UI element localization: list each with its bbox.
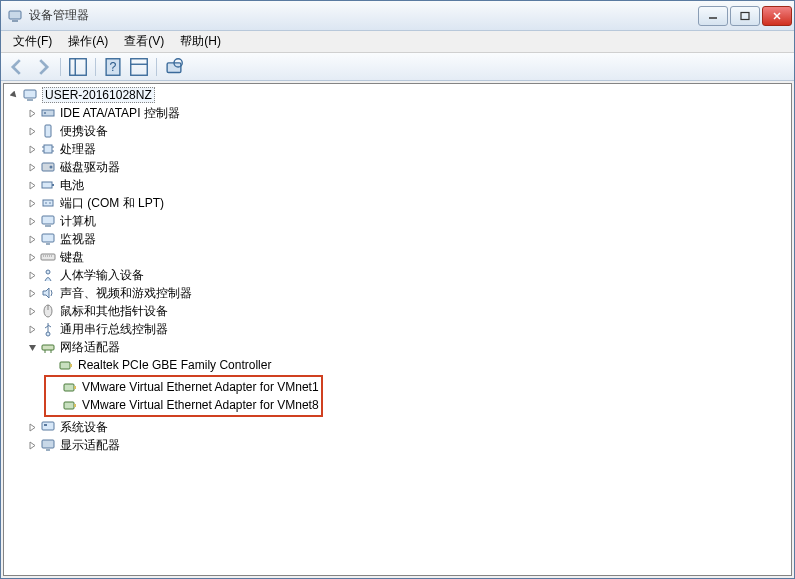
- tree-item-label: 人体学输入设备: [60, 267, 144, 284]
- expand-icon[interactable]: [26, 251, 38, 263]
- monitor-icon: [40, 231, 56, 247]
- collapse-icon[interactable]: [8, 89, 20, 101]
- menu-action[interactable]: 操作(A): [60, 31, 116, 52]
- tree-item-label: 系统设备: [60, 419, 108, 436]
- tree-item[interactable]: 网络适配器: [26, 338, 789, 356]
- expand-icon[interactable]: [26, 233, 38, 245]
- tree-item[interactable]: 通用串行总线控制器: [26, 320, 789, 338]
- tree-leaf[interactable]: Realtek PCIe GBE Family Controller: [44, 356, 789, 374]
- help-button[interactable]: ?: [101, 56, 125, 78]
- tree-item[interactable]: 人体学输入设备: [26, 266, 789, 284]
- device-manager-window: 设备管理器 文件(F) 操作(A) 查看(V) 帮助(H) ? US: [0, 0, 795, 579]
- leaf-spacer: [44, 359, 56, 371]
- tree-item-label: 鼠标和其他指针设备: [60, 303, 168, 320]
- tree-item[interactable]: 显示适配器: [26, 436, 789, 454]
- tree-root[interactable]: USER-20161028NZ: [8, 86, 789, 104]
- tree-item-label: IDE ATA/ATAPI 控制器: [60, 105, 180, 122]
- maximize-button[interactable]: [730, 6, 760, 26]
- svg-rect-19: [44, 145, 52, 153]
- tree-item[interactable]: 声音、视频和游戏控制器: [26, 284, 789, 302]
- svg-rect-34: [46, 243, 50, 245]
- window-title: 设备管理器: [29, 7, 698, 24]
- expand-icon[interactable]: [26, 197, 38, 209]
- tree-item-label: 处理器: [60, 141, 96, 158]
- tree-item[interactable]: 处理器: [26, 140, 789, 158]
- forward-button[interactable]: [31, 56, 55, 78]
- scan-hardware-button[interactable]: [162, 56, 186, 78]
- toolbar: ?: [1, 53, 794, 81]
- tree-item[interactable]: 鼠标和其他指针设备: [26, 302, 789, 320]
- tree-item[interactable]: 端口 (COM 和 LPT): [26, 194, 789, 212]
- svg-rect-27: [52, 184, 54, 186]
- network-icon: [40, 339, 56, 355]
- window-controls: [698, 6, 792, 26]
- collapse-icon[interactable]: [26, 341, 38, 353]
- tree-content[interactable]: USER-20161028NZ IDE ATA/ATAPI 控制器便携设备处理器…: [3, 83, 792, 576]
- toolbar-sep: [156, 58, 157, 76]
- tree-leaf-label: VMware Virtual Ethernet Adapter for VMne…: [82, 380, 319, 394]
- close-button[interactable]: [762, 6, 792, 26]
- svg-rect-26: [42, 182, 52, 188]
- titlebar: 设备管理器: [1, 1, 794, 31]
- hid-icon: [40, 267, 56, 283]
- svg-rect-48: [74, 386, 76, 389]
- svg-rect-1: [12, 20, 18, 22]
- show-hide-tree-button[interactable]: [66, 56, 90, 78]
- tree-item-label: 计算机: [60, 213, 96, 230]
- ide-icon: [40, 105, 56, 121]
- expand-icon[interactable]: [26, 269, 38, 281]
- svg-rect-46: [70, 364, 72, 367]
- expand-icon[interactable]: [26, 161, 38, 173]
- svg-rect-10: [131, 58, 148, 75]
- expand-icon[interactable]: [26, 305, 38, 317]
- expand-icon[interactable]: [26, 125, 38, 137]
- expand-icon[interactable]: [26, 107, 38, 119]
- tree-item[interactable]: 系统设备: [26, 418, 789, 436]
- computer-icon: [22, 87, 38, 103]
- tree-item-label: 电池: [60, 177, 84, 194]
- tree-item[interactable]: 磁盘驱动器: [26, 158, 789, 176]
- expand-icon[interactable]: [26, 323, 38, 335]
- svg-rect-18: [45, 125, 51, 137]
- netadapter-icon: [58, 357, 74, 373]
- tree-item[interactable]: 电池: [26, 176, 789, 194]
- mouse-icon: [40, 303, 56, 319]
- svg-rect-51: [42, 422, 54, 430]
- expand-icon[interactable]: [26, 143, 38, 155]
- netadapter-icon: [62, 397, 78, 413]
- svg-text:?: ?: [110, 60, 117, 74]
- tree-item-label: 通用串行总线控制器: [60, 321, 168, 338]
- tree-leaf[interactable]: VMware Virtual Ethernet Adapter for VMne…: [48, 396, 319, 414]
- tree-item[interactable]: 便携设备: [26, 122, 789, 140]
- app-icon: [7, 8, 23, 24]
- menubar: 文件(F) 操作(A) 查看(V) 帮助(H): [1, 31, 794, 53]
- tree-item[interactable]: IDE ATA/ATAPI 控制器: [26, 104, 789, 122]
- tree-leaf[interactable]: VMware Virtual Ethernet Adapter for VMne…: [48, 378, 319, 396]
- back-button[interactable]: [5, 56, 29, 78]
- svg-rect-52: [44, 424, 47, 426]
- toolbar-sep: [95, 58, 96, 76]
- battery-icon: [40, 177, 56, 193]
- svg-point-25: [50, 166, 53, 169]
- tree-item-label: 监视器: [60, 231, 96, 248]
- tree-item[interactable]: 监视器: [26, 230, 789, 248]
- expand-icon[interactable]: [26, 179, 38, 191]
- svg-rect-31: [42, 216, 54, 224]
- minimize-button[interactable]: [698, 6, 728, 26]
- cpu-icon: [40, 141, 56, 157]
- svg-rect-47: [64, 384, 74, 391]
- tree-item-label: 便携设备: [60, 123, 108, 140]
- expand-icon[interactable]: [26, 439, 38, 451]
- tree-item[interactable]: 计算机: [26, 212, 789, 230]
- menu-help[interactable]: 帮助(H): [172, 31, 229, 52]
- sound-icon: [40, 285, 56, 301]
- expand-icon[interactable]: [26, 421, 38, 433]
- properties-button[interactable]: [127, 56, 151, 78]
- menu-view[interactable]: 查看(V): [116, 31, 172, 52]
- expand-icon[interactable]: [26, 215, 38, 227]
- disk-icon: [40, 159, 56, 175]
- keyboard-icon: [40, 249, 56, 265]
- tree-item[interactable]: 键盘: [26, 248, 789, 266]
- expand-icon[interactable]: [26, 287, 38, 299]
- menu-file[interactable]: 文件(F): [5, 31, 60, 52]
